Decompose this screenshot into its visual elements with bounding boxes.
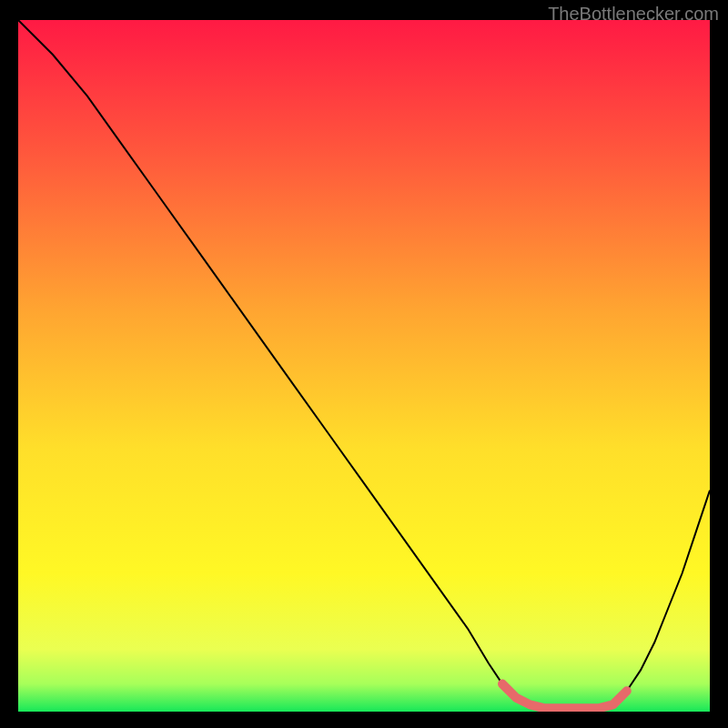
bottleneck-chart <box>18 20 710 712</box>
watermark-label: TheBottlenecker.com <box>548 4 719 25</box>
plot-area <box>18 20 710 712</box>
gradient-background <box>18 20 710 712</box>
chart-container: TheBottlenecker.com <box>0 0 728 728</box>
